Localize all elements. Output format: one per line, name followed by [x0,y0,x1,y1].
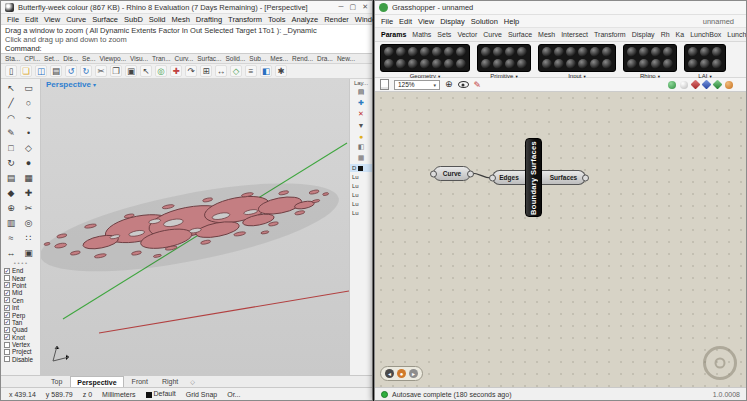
param-icon[interactable] [517,47,527,57]
menu-item-render[interactable]: Render [324,15,349,24]
menu-item-display[interactable]: Display [440,17,465,26]
pan-icon[interactable]: ✚ [170,65,182,77]
save-icon[interactable]: ◫ [35,65,47,77]
shade-icon[interactable]: ◧ [260,65,272,77]
toolbar-tab[interactable]: Visu... [130,55,148,62]
zoom-extents-icon[interactable]: ⊞ [200,65,212,77]
param-icon[interactable] [578,47,588,57]
add-layer-icon[interactable]: ✚ [356,98,367,108]
orange-sphere-icon[interactable] [725,81,733,89]
osnap-near[interactable]: Near [4,274,40,281]
param-icon[interactable] [663,47,673,57]
white-sphere-icon[interactable] [680,81,688,89]
osnap-cen[interactable]: ✓Cen [4,297,40,304]
blue-gem-icon[interactable] [702,80,712,90]
record-icon[interactable]: ● [397,369,406,378]
tab-surface[interactable]: Surface [508,31,532,38]
param-icon[interactable] [639,59,649,69]
param-icon[interactable] [517,59,527,69]
status-current-layer[interactable]: Default [146,390,176,397]
hatch-icon[interactable]: ▥ [3,215,19,230]
tab-ka[interactable]: Ka [676,31,685,38]
osnap-knot[interactable]: ✓Knot [4,334,40,341]
tab-intersect[interactable]: Intersect [561,31,588,38]
gumball-icon[interactable]: ⊕ [3,200,19,215]
param-icon[interactable] [505,59,515,69]
menu-item-surface[interactable]: Surface [92,15,118,24]
arc-icon[interactable]: ◠ [3,110,19,125]
undo-icon[interactable]: ↺ [65,65,77,77]
param-icon[interactable] [456,47,466,57]
point-icon[interactable]: • [21,125,37,140]
layer-row[interactable]: Lu [350,209,372,217]
component-output-surfaces[interactable]: Surfaces [542,170,586,185]
param-icon[interactable] [384,59,394,69]
tab-transform[interactable]: Transform [594,31,626,38]
sketch-icon[interactable]: ✎ [3,125,19,140]
tab-curve[interactable]: Curve [483,31,502,38]
menu-item-analyze[interactable]: Analyze [292,15,319,24]
viewport-tab-front[interactable]: Front [126,376,154,387]
osnap-disable[interactable]: Disable [4,356,40,363]
viewport-tab-right[interactable]: Right [156,376,184,387]
param-icon[interactable] [396,47,406,57]
select-icon[interactable]: ↖ [140,65,152,77]
tab-mesh[interactable]: Mesh [538,31,555,38]
cut-icon[interactable]: ✂ [95,65,107,77]
rotate-icon[interactable]: ↻ [3,155,19,170]
pen-icon[interactable]: ✎ [474,80,482,90]
param-icon[interactable] [627,59,637,69]
param-icon[interactable] [602,59,612,69]
menu-item-help[interactable]: Help [504,17,519,26]
menu-item-file[interactable]: File [381,17,393,26]
minimize-button[interactable]: ─ [339,3,344,11]
menu-item-view[interactable]: View [418,17,434,26]
toolbar-tab[interactable]: CPl... [24,55,40,62]
tab-lunchbox[interactable]: LunchBox [690,31,721,38]
compass-icon[interactable] [703,346,737,380]
select-icon[interactable]: ↖ [3,80,19,95]
menu-item-transform[interactable]: Transform [228,15,262,24]
back-icon[interactable]: ◂ [385,369,394,378]
snap-icon[interactable]: ◇ [230,65,242,77]
lock-icon[interactable]: ◧ [356,142,367,152]
param-icon[interactable] [408,47,418,57]
param-icon[interactable] [420,47,430,57]
menu-item-tools[interactable]: Tools [268,15,286,24]
toolbar-tab[interactable]: New... [337,55,355,62]
boundary-surfaces-component[interactable]: Boundary Surfaces [525,138,542,217]
param-icon[interactable] [566,59,576,69]
layer-color-swatch[interactable] [358,166,363,171]
param-icon[interactable] [700,47,710,57]
param-icon[interactable] [396,59,406,69]
green-sphere-icon[interactable] [668,81,676,89]
param-icon[interactable] [456,59,466,69]
array-icon[interactable]: ∷ [21,230,37,245]
param-icon[interactable] [481,47,491,57]
param-icon[interactable] [688,47,698,57]
tab-params[interactable]: Params [381,31,406,38]
forward-icon[interactable]: ▸ [409,369,418,378]
param-icon[interactable] [444,47,454,57]
osnap-tan[interactable]: ✓Tan [4,319,40,326]
grasshopper-canvas[interactable]: Curve Edges Boundary Surfaces Surfaces ◂… [375,92,746,387]
block-icon[interactable]: ▣ [21,245,37,260]
rotate-view-icon[interactable]: ↷ [185,65,197,77]
list-icon[interactable]: ▤ [356,87,367,97]
param-icon[interactable] [505,47,515,57]
layer-row[interactable]: D [350,164,372,172]
command-input[interactable]: Command: [1,44,372,54]
param-icon[interactable] [554,59,564,69]
param-icon[interactable] [712,47,722,57]
param-icon[interactable] [700,59,710,69]
rectangle-icon[interactable]: ▭ [21,80,37,95]
toolbar-tab[interactable]: Se... [82,55,95,62]
curve-icon[interactable]: ~ [21,110,37,125]
toolbar-tab[interactable]: Sub... [249,55,266,62]
filter-icon[interactable]: ▼ [356,120,367,130]
surface-icon[interactable]: ▤ [3,170,19,185]
param-icon[interactable] [444,59,454,69]
tab-rh[interactable]: Rh [661,31,670,38]
param-icon[interactable] [432,47,442,57]
status-grid-snap-toggle[interactable]: Grid Snap [186,391,218,398]
